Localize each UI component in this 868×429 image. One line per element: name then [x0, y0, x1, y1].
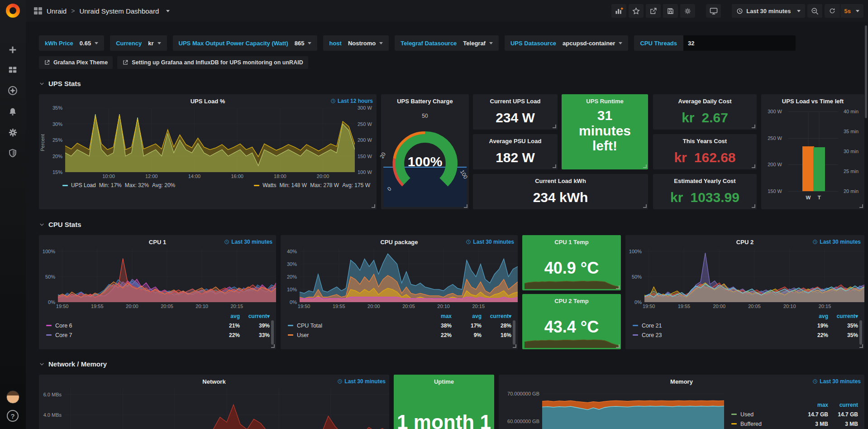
legend-series-swatch[interactable]	[288, 325, 293, 326]
ups-load-chart[interactable]	[65, 108, 355, 172]
legend-series-swatch[interactable]	[46, 334, 52, 336]
panel-title[interactable]: Memory	[670, 378, 693, 385]
page-scrollbar[interactable]	[865, 25, 867, 118]
legend-row[interactable]: Core 2322%35%	[633, 330, 858, 340]
panel-title[interactable]: Network	[202, 378, 225, 385]
panel-title[interactable]: CPU package	[380, 239, 418, 246]
legend-series-name[interactable]: Core 23	[642, 332, 798, 338]
bar-W[interactable]	[802, 146, 814, 191]
refresh-interval-select[interactable]: 5s	[840, 4, 863, 18]
chevron-down-icon[interactable]	[166, 10, 170, 12]
panel-title[interactable]: UPS Runtime	[586, 98, 623, 105]
share-button[interactable]	[646, 4, 661, 18]
legend-series-name[interactable]: User	[297, 332, 422, 338]
zoom-out-button[interactable]	[807, 4, 822, 18]
refresh-button[interactable]	[825, 4, 840, 18]
legend-scrollbar[interactable]	[859, 320, 862, 345]
panel-title[interactable]: Current UPS Load	[490, 98, 541, 105]
variable-value[interactable]: apcupsd-container	[563, 40, 615, 47]
legend-series-name[interactable]: Core 7	[55, 332, 210, 338]
legend-column-header[interactable]: max	[441, 313, 452, 319]
variable-currency[interactable]: Currency kr	[110, 35, 167, 51]
create-plus-icon[interactable]	[6, 43, 19, 56]
panel-title[interactable]: CPU 1	[149, 239, 166, 246]
legend-scrollbar[interactable]	[513, 320, 515, 345]
legend-series-name[interactable]: Core 21	[642, 323, 798, 329]
legend-series-swatch[interactable]	[731, 423, 737, 424]
star-button[interactable]	[629, 4, 644, 18]
panel-title[interactable]: CPU 1 Temp	[554, 239, 589, 246]
settings-gear-icon[interactable]	[680, 4, 695, 18]
panel-timerange-link[interactable]: Last 30 minutes	[812, 239, 861, 245]
variable-value[interactable]: Nostromo	[348, 40, 376, 47]
variable-ups-datasource[interactable]: UPS Datasource apcupsd-container	[505, 35, 628, 51]
panel-timerange-link[interactable]: Last 30 minutes	[466, 239, 514, 245]
legend-row[interactable]: Core 2119%35%	[633, 321, 858, 330]
panel-title[interactable]: Uptime	[434, 378, 454, 385]
panel-timerange-link[interactable]: Last 12 hours	[330, 98, 373, 104]
legend-column-header[interactable]: max	[817, 402, 828, 408]
legend-column-header[interactable]: avg	[819, 313, 828, 319]
configuration-gear-icon[interactable]	[6, 126, 19, 139]
legend-series-name[interactable]: Core 6	[55, 323, 210, 329]
legend-series-swatch[interactable]	[731, 414, 737, 415]
explore-compass-icon[interactable]	[6, 84, 19, 97]
legend-series-swatch[interactable]	[633, 334, 638, 336]
panel-timerange-link[interactable]: Last 30 minutes	[812, 378, 861, 385]
legend-column-header[interactable]: current	[839, 402, 858, 408]
panel-title[interactable]: Average Daily Cost	[678, 98, 731, 105]
legend-column-header[interactable]: current▾	[837, 313, 858, 319]
legend-series-swatch[interactable]	[46, 325, 52, 326]
panel-title[interactable]: CPU 2	[736, 239, 754, 246]
legend-series-name[interactable]: CPU Total	[297, 323, 422, 329]
panel-title[interactable]: Current Load kWh	[535, 178, 586, 184]
section-ups-stats[interactable]: UPS Stats	[39, 80, 81, 87]
time-range-picker[interactable]: Last 30 minutes	[732, 4, 805, 18]
save-button[interactable]	[663, 4, 678, 18]
section-network-memory[interactable]: Network / Memory	[39, 360, 107, 368]
variable-value[interactable]: kr	[148, 40, 153, 47]
legend-scrollbar[interactable]	[271, 320, 274, 345]
legend-row[interactable]: User22%9%16%	[288, 330, 511, 340]
panel-title[interactable]: UPS Load %	[191, 98, 225, 105]
alerting-bell-icon[interactable]	[6, 105, 19, 118]
legend-series-swatch[interactable]	[633, 325, 638, 326]
cpu1-chart[interactable]	[58, 249, 276, 302]
variable-value[interactable]: 865	[295, 40, 305, 47]
panel-timerange-link[interactable]: Last 30 minutes	[224, 239, 272, 245]
legend-item[interactable]: WattsMin: 148 WMax: 278 WAvg: 175 W	[254, 182, 370, 188]
legend-column-header[interactable]: avg	[230, 313, 240, 319]
legend-row[interactable]: Buffered3 MB3 MB	[731, 419, 858, 429]
link-ups-monitoring-guide[interactable]: Setting up Grafana and InfluxDB for UPS …	[117, 56, 308, 69]
panel-title[interactable]: Average PSU Load	[489, 138, 542, 145]
panel-title[interactable]: UPS Battery Charge	[397, 98, 453, 105]
panel-title[interactable]: Estimated Yearly Cost	[674, 178, 735, 184]
legend-row[interactable]: Used14.7 GB14.7 GB	[731, 410, 858, 419]
breadcrumb-root[interactable]: Unraid	[47, 7, 67, 15]
dashboards-icon[interactable]	[6, 63, 19, 76]
user-avatar[interactable]	[6, 390, 19, 404]
panel-title[interactable]: UPS Load vs Time left	[782, 98, 844, 105]
legend-row[interactable]: CPU Total38%17%28%	[288, 321, 511, 330]
link-grafana-plex-theme[interactable]: Grafana Plex Theme	[39, 56, 113, 69]
bar-T[interactable]	[813, 147, 825, 191]
cpu-package-chart[interactable]	[300, 249, 518, 302]
memory-chart[interactable]	[542, 388, 724, 429]
legend-column-header[interactable]: current▾	[248, 313, 270, 319]
variable-value[interactable]: 0.65	[80, 40, 91, 47]
legend-column-header[interactable]: current▾	[490, 313, 511, 319]
cycle-view-tv-button[interactable]	[706, 4, 721, 18]
variable-value[interactable]: Telegraf	[463, 40, 486, 47]
cpu-threads-input[interactable]	[683, 35, 796, 51]
help-icon[interactable]: ?	[7, 410, 19, 422]
dashboard-grid-icon[interactable]	[34, 7, 42, 14]
variable-ups-max-output[interactable]: UPS Max Output Power Capacity (Watt) 865	[173, 35, 318, 51]
legend-series-name[interactable]: Used	[740, 411, 798, 418]
variable-telegraf-datasource[interactable]: Telegraf Datasource Telegraf	[395, 35, 499, 51]
legend-series-name[interactable]: Buffered	[740, 421, 798, 427]
legend-column-header[interactable]: avg	[472, 313, 482, 319]
legend-row[interactable]: Core 722%33%	[46, 330, 270, 340]
legend-row[interactable]: Core 621%39%	[46, 321, 270, 330]
panel-title[interactable]: CPU 2 Temp	[554, 298, 589, 304]
variable-host[interactable]: host Nostromo	[323, 35, 389, 51]
